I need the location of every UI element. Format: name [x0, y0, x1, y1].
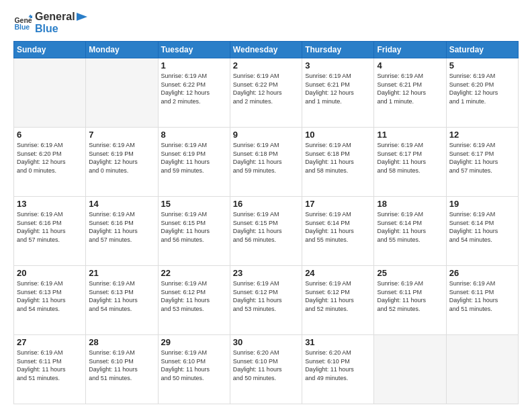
day-number: 8 [161, 130, 227, 140]
day-number: 12 [449, 130, 515, 140]
day-number: 22 [161, 268, 227, 278]
day-info: Sunrise: 6:19 AM Sunset: 6:19 PM Dayligh… [89, 141, 154, 175]
day-info: Sunrise: 6:19 AM Sunset: 6:18 PM Dayligh… [233, 141, 299, 175]
weekday-header-sunday: Sunday [14, 42, 86, 58]
day-number: 24 [305, 268, 371, 278]
weekday-header-friday: Friday [374, 42, 446, 58]
day-number: 13 [17, 199, 83, 209]
day-info: Sunrise: 6:19 AM Sunset: 6:12 PM Dayligh… [305, 279, 371, 313]
calendar-cell: 4Sunrise: 6:19 AM Sunset: 6:21 PM Daylig… [374, 58, 446, 128]
day-info: Sunrise: 6:19 AM Sunset: 6:11 PM Dayligh… [17, 349, 83, 382]
logo-blue: Blue [35, 23, 75, 35]
day-number: 19 [449, 199, 515, 209]
calendar-cell: 27Sunrise: 6:19 AM Sunset: 6:11 PM Dayli… [14, 335, 86, 404]
day-number: 28 [89, 337, 154, 347]
day-info: Sunrise: 6:19 AM Sunset: 6:17 PM Dayligh… [377, 141, 443, 175]
weekday-header-saturday: Saturday [446, 42, 518, 58]
day-info: Sunrise: 6:19 AM Sunset: 6:11 PM Dayligh… [377, 279, 443, 313]
day-number: 20 [17, 268, 83, 278]
day-info: Sunrise: 6:19 AM Sunset: 6:15 PM Dayligh… [233, 210, 299, 244]
weekday-header-thursday: Thursday [302, 42, 374, 58]
day-number: 29 [161, 337, 227, 347]
day-number: 16 [233, 199, 299, 209]
calendar-cell: 10Sunrise: 6:19 AM Sunset: 6:18 PM Dayli… [302, 128, 374, 197]
calendar-cell: 13Sunrise: 6:19 AM Sunset: 6:16 PM Dayli… [14, 197, 86, 266]
calendar-cell: 19Sunrise: 6:19 AM Sunset: 6:14 PM Dayli… [446, 197, 518, 266]
day-number: 6 [17, 130, 83, 140]
day-number: 5 [449, 60, 515, 71]
day-info: Sunrise: 6:20 AM Sunset: 6:10 PM Dayligh… [305, 349, 371, 382]
logo-icon: General Blue [13, 13, 32, 32]
day-info: Sunrise: 6:19 AM Sunset: 6:19 PM Dayligh… [161, 141, 227, 175]
day-info: Sunrise: 6:19 AM Sunset: 6:11 PM Dayligh… [449, 279, 515, 313]
day-number: 7 [89, 130, 154, 140]
day-info: Sunrise: 6:19 AM Sunset: 6:12 PM Dayligh… [233, 279, 299, 313]
calendar-cell: 6Sunrise: 6:19 AM Sunset: 6:20 PM Daylig… [14, 128, 86, 197]
day-info: Sunrise: 6:19 AM Sunset: 6:21 PM Dayligh… [377, 72, 443, 105]
calendar-cell: 28Sunrise: 6:19 AM Sunset: 6:10 PM Dayli… [86, 335, 158, 404]
day-number: 23 [233, 268, 299, 278]
day-info: Sunrise: 6:19 AM Sunset: 6:16 PM Dayligh… [17, 210, 83, 244]
logo-general: General [35, 11, 75, 23]
day-number: 25 [377, 268, 443, 278]
day-number: 10 [305, 130, 371, 140]
calendar-cell: 22Sunrise: 6:19 AM Sunset: 6:12 PM Dayli… [158, 266, 230, 335]
week-row-2: 6Sunrise: 6:19 AM Sunset: 6:20 PM Daylig… [14, 128, 519, 197]
calendar-header-row: SundayMondayTuesdayWednesdayThursdayFrid… [14, 42, 519, 58]
day-info: Sunrise: 6:19 AM Sunset: 6:17 PM Dayligh… [449, 141, 515, 175]
day-number: 3 [305, 60, 371, 71]
day-info: Sunrise: 6:19 AM Sunset: 6:10 PM Dayligh… [89, 349, 154, 382]
calendar-cell: 24Sunrise: 6:19 AM Sunset: 6:12 PM Dayli… [302, 266, 374, 335]
weekday-header-monday: Monday [86, 42, 158, 58]
day-info: Sunrise: 6:19 AM Sunset: 6:21 PM Dayligh… [305, 72, 371, 105]
day-info: Sunrise: 6:19 AM Sunset: 6:14 PM Dayligh… [377, 210, 443, 244]
calendar-cell: 16Sunrise: 6:19 AM Sunset: 6:15 PM Dayli… [230, 197, 302, 266]
calendar-cell: 20Sunrise: 6:19 AM Sunset: 6:13 PM Dayli… [14, 266, 86, 335]
calendar-cell: 2Sunrise: 6:19 AM Sunset: 6:22 PM Daylig… [230, 58, 302, 128]
week-row-3: 13Sunrise: 6:19 AM Sunset: 6:16 PM Dayli… [14, 197, 519, 266]
weekday-header-tuesday: Tuesday [158, 42, 230, 58]
day-info: Sunrise: 6:19 AM Sunset: 6:12 PM Dayligh… [161, 279, 227, 313]
day-number: 30 [233, 337, 299, 347]
calendar-cell: 15Sunrise: 6:19 AM Sunset: 6:15 PM Dayli… [158, 197, 230, 266]
day-number: 11 [377, 130, 443, 140]
day-number: 15 [161, 199, 227, 209]
day-info: Sunrise: 6:19 AM Sunset: 6:14 PM Dayligh… [449, 210, 515, 244]
calendar-cell: 17Sunrise: 6:19 AM Sunset: 6:14 PM Dayli… [302, 197, 374, 266]
day-info: Sunrise: 6:19 AM Sunset: 6:22 PM Dayligh… [161, 72, 227, 105]
calendar-cell: 29Sunrise: 6:19 AM Sunset: 6:10 PM Dayli… [158, 335, 230, 404]
logo-flag-icon [74, 11, 89, 26]
calendar-cell: 7Sunrise: 6:19 AM Sunset: 6:19 PM Daylig… [86, 128, 158, 197]
day-info: Sunrise: 6:19 AM Sunset: 6:16 PM Dayligh… [89, 210, 154, 244]
page-header: General Blue General Blue [13, 11, 519, 34]
day-info: Sunrise: 6:19 AM Sunset: 6:13 PM Dayligh… [89, 279, 154, 313]
calendar-cell: 11Sunrise: 6:19 AM Sunset: 6:17 PM Dayli… [374, 128, 446, 197]
week-row-5: 27Sunrise: 6:19 AM Sunset: 6:11 PM Dayli… [14, 335, 519, 404]
day-number: 17 [305, 199, 371, 209]
weekday-header-wednesday: Wednesday [230, 42, 302, 58]
svg-text:Blue: Blue [14, 22, 30, 30]
calendar-cell: 21Sunrise: 6:19 AM Sunset: 6:13 PM Dayli… [86, 266, 158, 335]
day-info: Sunrise: 6:19 AM Sunset: 6:18 PM Dayligh… [305, 141, 371, 175]
day-number: 14 [89, 199, 154, 209]
calendar-cell: 14Sunrise: 6:19 AM Sunset: 6:16 PM Dayli… [86, 197, 158, 266]
calendar-cell: 5Sunrise: 6:19 AM Sunset: 6:20 PM Daylig… [446, 58, 518, 128]
calendar-cell: 26Sunrise: 6:19 AM Sunset: 6:11 PM Dayli… [446, 266, 518, 335]
week-row-1: 1Sunrise: 6:19 AM Sunset: 6:22 PM Daylig… [14, 58, 519, 128]
day-info: Sunrise: 6:19 AM Sunset: 6:20 PM Dayligh… [449, 72, 515, 105]
calendar-cell: 30Sunrise: 6:20 AM Sunset: 6:10 PM Dayli… [230, 335, 302, 404]
calendar-cell: 12Sunrise: 6:19 AM Sunset: 6:17 PM Dayli… [446, 128, 518, 197]
day-number: 4 [377, 60, 443, 71]
calendar-cell: 9Sunrise: 6:19 AM Sunset: 6:18 PM Daylig… [230, 128, 302, 197]
day-number: 31 [305, 337, 371, 347]
calendar-cell: 1Sunrise: 6:19 AM Sunset: 6:22 PM Daylig… [158, 58, 230, 128]
calendar-cell: 18Sunrise: 6:19 AM Sunset: 6:14 PM Dayli… [374, 197, 446, 266]
day-number: 18 [377, 199, 443, 209]
day-info: Sunrise: 6:19 AM Sunset: 6:22 PM Dayligh… [233, 72, 299, 105]
week-row-4: 20Sunrise: 6:19 AM Sunset: 6:13 PM Dayli… [14, 266, 519, 335]
calendar-cell: 25Sunrise: 6:19 AM Sunset: 6:11 PM Dayli… [374, 266, 446, 335]
calendar-table: SundayMondayTuesdayWednesdayThursdayFrid… [13, 41, 519, 404]
day-number: 9 [233, 130, 299, 140]
svg-marker-4 [77, 13, 87, 21]
day-info: Sunrise: 6:19 AM Sunset: 6:13 PM Dayligh… [17, 279, 83, 313]
